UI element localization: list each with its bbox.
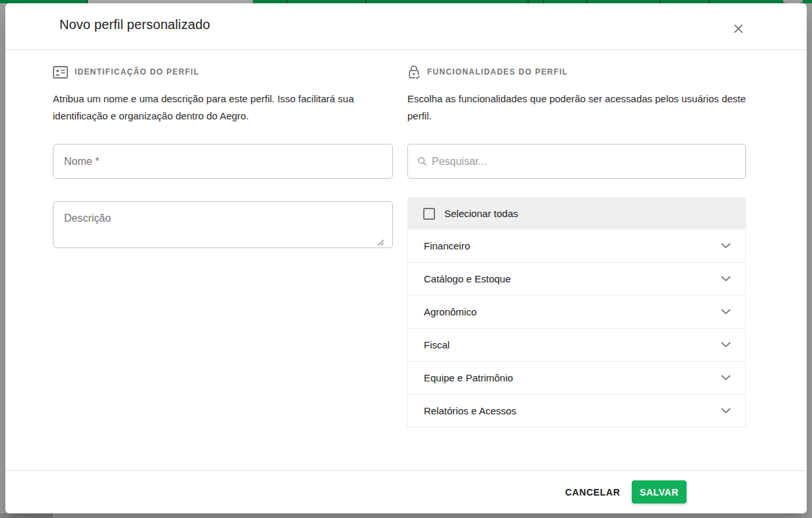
chevron-down-icon — [721, 375, 731, 381]
close-button[interactable] — [730, 20, 746, 36]
cancel-button[interactable]: CANCELAR — [560, 481, 625, 503]
chevron-down-icon — [721, 243, 731, 249]
page-footer-fragment — [0, 513, 53, 518]
section-heading: FUNCIONALIDADES DO PERFIL — [427, 67, 568, 77]
chevron-down-icon — [721, 309, 731, 315]
close-icon — [733, 24, 743, 34]
category-row[interactable]: Relatórios e Acessos — [407, 395, 746, 428]
lock-check-icon — [407, 65, 421, 80]
feature-search — [407, 144, 746, 179]
chevron-down-icon — [721, 342, 731, 348]
save-button[interactable]: SALVAR — [632, 480, 687, 503]
profile-identification-section: IDENTIFICAÇÃO DO PERFIL Atribua um nome … — [53, 64, 393, 125]
category-label: Relatórios e Acessos — [424, 405, 516, 416]
select-all-label: Selecionar todas — [444, 208, 518, 219]
category-list: Selecionar todas FinanceiroCatálogo e Es… — [407, 197, 746, 428]
profile-features-section: FUNCIONALIDADES DO PERFIL Escolha as fun… — [407, 64, 746, 125]
name-input[interactable] — [53, 144, 393, 179]
select-all-checkbox[interactable] — [423, 208, 435, 220]
chevron-down-icon — [721, 408, 731, 414]
category-row[interactable]: Agronômico — [407, 296, 746, 329]
category-label: Agronômico — [424, 306, 477, 317]
contact-card-icon — [53, 66, 68, 79]
section-header: IDENTIFICAÇÃO DO PERFIL — [53, 64, 393, 80]
category-row[interactable]: Catálogo e Estoque — [407, 263, 746, 296]
dialog-title: Novo perfil personalizado — [59, 17, 210, 32]
section-description: Escolha as funcionalidades que poderão s… — [407, 90, 746, 125]
category-row[interactable]: Fiscal — [407, 329, 746, 362]
section-heading: IDENTIFICAÇÃO DO PERFIL — [75, 67, 199, 77]
category-row[interactable]: Financeiro — [407, 230, 746, 263]
dialog-header: Novo perfil personalizado — [5, 3, 807, 49]
category-row[interactable]: Equipe e Patrimônio — [407, 362, 746, 395]
description-textarea[interactable] — [53, 201, 393, 248]
select-all-row[interactable]: Selecionar todas — [407, 197, 746, 230]
search-input[interactable] — [407, 144, 746, 179]
section-header: FUNCIONALIDADES DO PERFIL — [407, 64, 746, 80]
header-divider — [5, 49, 807, 50]
category-label: Fiscal — [424, 339, 450, 350]
category-label: Catálogo e Estoque — [424, 273, 511, 284]
chevron-down-icon — [721, 276, 731, 282]
section-description: Atribua um nome e uma descrição para est… — [53, 90, 393, 125]
dialog-footer: CANCELAR SALVAR — [5, 471, 807, 513]
new-profile-dialog: Novo perfil personalizado IDENTIFICAÇÃO … — [5, 3, 807, 513]
category-label: Equipe e Patrimônio — [424, 372, 513, 383]
category-label: Financeiro — [424, 240, 470, 251]
